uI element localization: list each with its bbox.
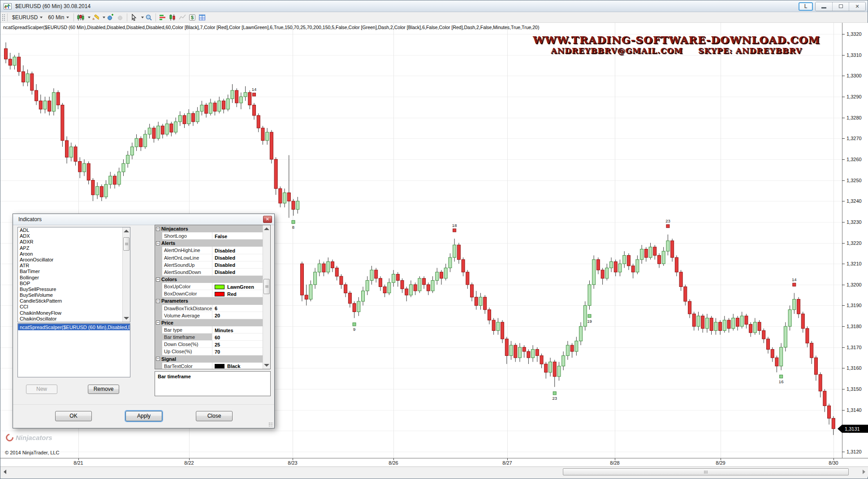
candlestick-chart-icon[interactable] [168,13,177,21]
indicator-list-item[interactable]: CandleStickPattern [18,298,130,304]
collapse-icon[interactable]: − [156,299,160,303]
property-row[interactable]: BoxUpColorLawnGreen [155,283,263,290]
property-value[interactable]: 20 [212,312,263,319]
scroll-left-icon[interactable] [4,470,6,474]
indicator-list-item[interactable]: BuySellVolume [18,292,130,298]
property-row[interactable]: Down Close(%)25 [155,341,263,348]
indicator-list-item[interactable]: APZ [18,245,130,251]
instrument-selector[interactable]: $EURUSD [9,13,45,21]
property-row[interactable]: Bar typeMinutes [155,326,263,334]
resize-grip[interactable] [268,422,273,427]
candle [35,84,38,105]
ok-button[interactable]: OK [55,411,92,421]
chevron-down-icon[interactable] [88,17,91,18]
property-category-row[interactable]: −Alerts [155,240,263,247]
indicator-list-item[interactable]: ADL [18,227,130,233]
property-value[interactable]: Disabled [212,247,263,254]
property-category-row[interactable]: −Colors [155,276,263,283]
property-row[interactable]: Bar timeframe60 [155,334,263,341]
indicator-list-item[interactable]: Aroon [18,251,130,257]
list-scrollbar[interactable] [122,227,130,322]
collapse-icon[interactable]: − [156,321,160,325]
dialog-title-bar[interactable]: Indicators [13,214,274,225]
property-row[interactable]: DrawBoxTickDistance6 [155,305,263,312]
property-row[interactable]: AlertSoundDownDisabled [155,269,263,276]
property-value[interactable]: 6 [212,305,263,312]
cursor-icon[interactable] [130,13,138,21]
toolbar-grip[interactable] [2,14,5,21]
indicator-list-item[interactable]: ChaikinOscillator [18,316,130,322]
scroll-up-icon[interactable] [264,227,269,230]
link-button[interactable]: L [799,2,813,11]
property-row[interactable]: Up Close(%)70 [155,348,263,355]
collapse-icon[interactable]: − [156,241,160,245]
dialog-close-button[interactable]: ✕ [263,216,272,223]
scrollbar-thumb[interactable] [563,468,849,475]
indicator-list-item[interactable]: ADXR [18,239,130,245]
remove-button[interactable]: Remove [88,385,119,394]
scrollbar-thumb[interactable] [263,279,270,294]
property-value[interactable]: Disabled [212,261,263,269]
chart-style-icon[interactable] [76,13,85,21]
available-indicators-list[interactable]: ADLADXADXRAPZAroonAroonOscillatorATRBarT… [17,227,130,322]
collapse-icon[interactable]: − [156,278,160,282]
property-value[interactable]: Red [212,290,263,297]
apply-button[interactable]: Apply [125,411,162,421]
indicator-list-item[interactable]: ChaikinMoneyFlow [18,310,130,316]
property-category-row[interactable]: −Price [155,319,263,326]
property-row[interactable]: AlertOnHighLineDisabled [155,247,263,254]
interval-selector[interactable]: 60 Min [45,13,72,21]
property-grid-scrollbar[interactable] [263,225,270,369]
chevron-down-icon[interactable] [141,17,144,18]
indicator-list-item[interactable]: ATR [18,263,130,269]
collapse-icon[interactable]: − [156,357,160,361]
minimize-button[interactable] [816,2,832,11]
indicator-list-item[interactable]: ADX [18,233,130,239]
property-value[interactable]: 70 [212,348,263,355]
market-depth-icon[interactable] [158,13,167,21]
property-value[interactable]: Black [212,363,263,369]
property-row[interactable]: AlertSoundUpDisabled [155,261,263,269]
applied-indicator-item[interactable]: ncatSpreadScalper($EURUSD (60 Min),Disab… [18,324,130,330]
property-value[interactable]: Minutes [212,326,263,334]
date-axis[interactable]: 8/218/228/238/268/278/288/298/30 [0,458,868,466]
property-value[interactable]: 60 [212,334,263,341]
applied-indicators-list[interactable]: ncatSpreadScalper($EURUSD (60 Min),Disab… [17,323,130,377]
close-dialog-button[interactable]: Close [196,411,233,421]
scroll-right-icon[interactable] [863,470,865,474]
chevron-down-icon[interactable] [103,17,105,18]
indicator-list-item[interactable]: Bollinger [18,275,130,281]
property-category-row[interactable]: −Signal [155,355,263,363]
grid-icon[interactable] [198,13,207,21]
drawing-tools-icon[interactable] [91,13,100,21]
property-row[interactable]: AlertOnLowLineDisabled [155,254,263,261]
zoom-icon[interactable] [144,13,153,21]
indicator-list-item[interactable]: BuySellPressure [18,287,130,292]
indicator-list-item[interactable]: AroonOscillator [18,257,130,263]
indicator-list-item[interactable]: BarTimer [18,269,130,274]
collapse-icon[interactable]: − [156,227,160,231]
property-value[interactable]: Disabled [212,269,263,276]
scrollbar-thumb[interactable] [123,237,130,251]
property-category-row[interactable]: −Parameters [155,297,263,304]
property-value[interactable]: Disabled [212,254,263,261]
property-value[interactable]: 25 [212,341,263,348]
property-row[interactable]: BoxDownColorRed [155,290,263,297]
scroll-down-icon[interactable] [264,364,269,367]
scroll-down-icon[interactable] [124,317,129,320]
indicator-list-item[interactable]: CCI [18,304,130,310]
property-row[interactable]: ShortLogoFalse [155,232,263,240]
close-button[interactable]: ✕ [849,2,865,11]
property-row[interactable]: BarTextColorBlack [155,363,263,369]
property-category-row[interactable]: −Ninjacators [155,225,263,232]
restore-button[interactable] [832,2,849,11]
add-indicator-icon[interactable] [106,13,115,21]
scroll-up-icon[interactable] [124,230,129,232]
property-value[interactable]: LawnGreen [212,283,263,290]
indicator-list-item[interactable]: BOP [18,281,130,287]
property-row[interactable]: Volume Average20 [155,312,263,319]
property-value[interactable]: False [212,232,263,240]
horizontal-scrollbar[interactable] [0,466,868,477]
dollar-icon[interactable]: $ [188,13,197,21]
property-grid[interactable]: −NinjacatorsShortLogoFalse−AlertsAlertOn… [155,225,271,369]
